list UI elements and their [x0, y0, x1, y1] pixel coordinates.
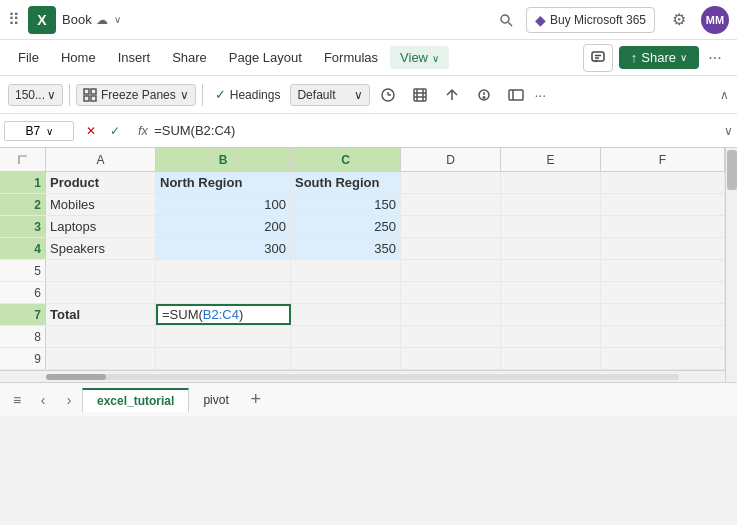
cell-c9[interactable]	[291, 348, 401, 369]
cell-reference-box[interactable]: B7 ∨	[4, 121, 74, 141]
menubar-more-button[interactable]: ···	[701, 44, 729, 72]
app-grid-icon[interactable]: ⠿	[8, 10, 20, 29]
cell-f7[interactable]	[601, 304, 725, 325]
col-header-e[interactable]: E	[501, 148, 601, 171]
cell-c8[interactable]	[291, 326, 401, 347]
cell-c7[interactable]	[291, 304, 401, 325]
menu-view[interactable]: View ∨	[390, 46, 449, 69]
formula-input[interactable]	[154, 123, 722, 138]
cell-c3[interactable]: 250	[291, 216, 401, 237]
cell-f1[interactable]	[601, 172, 725, 193]
row-header-4[interactable]: 4	[0, 238, 46, 259]
row-header-1[interactable]: 1	[0, 172, 46, 193]
avatar[interactable]: MM	[701, 6, 729, 34]
row-header-9[interactable]: 9	[0, 348, 46, 369]
cell-d4[interactable]	[401, 238, 501, 259]
sheet-nav-next-button[interactable]: ›	[56, 387, 82, 413]
toolbar-icon-5[interactable]	[502, 81, 530, 109]
cell-d1[interactable]	[401, 172, 501, 193]
col-header-a[interactable]: A	[46, 148, 156, 171]
sheet-nav-prev-button[interactable]: ‹	[30, 387, 56, 413]
toolbar-more-icon[interactable]: ···	[534, 87, 546, 103]
cell-c6[interactable]	[291, 282, 401, 303]
cell-f8[interactable]	[601, 326, 725, 347]
cell-e4[interactable]	[501, 238, 601, 259]
vscroll-thumb[interactable]	[727, 150, 737, 190]
cell-b5[interactable]	[156, 260, 291, 281]
cancel-formula-button[interactable]: ✕	[80, 120, 102, 142]
cell-e2[interactable]	[501, 194, 601, 215]
zoom-dropdown[interactable]: 150... ∨	[8, 84, 63, 106]
col-header-c[interactable]: C	[291, 148, 401, 171]
cell-f3[interactable]	[601, 216, 725, 237]
cell-f4[interactable]	[601, 238, 725, 259]
share-button[interactable]: ↑ Share ∨	[619, 46, 699, 69]
cell-b6[interactable]	[156, 282, 291, 303]
cell-a5[interactable]	[46, 260, 156, 281]
cell-b9[interactable]	[156, 348, 291, 369]
cell-d2[interactable]	[401, 194, 501, 215]
cell-a1[interactable]: Product	[46, 172, 156, 193]
cell-d7[interactable]	[401, 304, 501, 325]
settings-button[interactable]: ⚙	[663, 6, 695, 34]
hscroll-thumb[interactable]	[46, 374, 106, 380]
cell-b1[interactable]: North Region	[156, 172, 291, 193]
col-header-f[interactable]: F	[601, 148, 725, 171]
cell-f6[interactable]	[601, 282, 725, 303]
cell-d3[interactable]	[401, 216, 501, 237]
cell-f5[interactable]	[601, 260, 725, 281]
toolbar-icon-4[interactable]	[470, 81, 498, 109]
cell-e7[interactable]	[501, 304, 601, 325]
menu-home[interactable]: Home	[51, 46, 106, 69]
cell-d5[interactable]	[401, 260, 501, 281]
cell-b2[interactable]: 100	[156, 194, 291, 215]
toolbar-icon-2[interactable]	[406, 81, 434, 109]
cell-b8[interactable]	[156, 326, 291, 347]
menu-insert[interactable]: Insert	[108, 46, 161, 69]
row-header-3[interactable]: 3	[0, 216, 46, 237]
cell-b3[interactable]: 200	[156, 216, 291, 237]
menu-share[interactable]: Share	[162, 46, 217, 69]
toolbar-icon-1[interactable]	[374, 81, 402, 109]
freeze-panes-button[interactable]: Freeze Panes ∨	[76, 84, 196, 106]
cell-c5[interactable]	[291, 260, 401, 281]
add-sheet-button[interactable]: +	[243, 387, 269, 413]
row-header-8[interactable]: 8	[0, 326, 46, 347]
default-dropdown[interactable]: Default ∨	[290, 84, 370, 106]
toolbar-icon-3[interactable]	[438, 81, 466, 109]
cell-a6[interactable]	[46, 282, 156, 303]
cell-e5[interactable]	[501, 260, 601, 281]
sheet-nav-left-button[interactable]: ≡	[4, 387, 30, 413]
menu-formulas[interactable]: Formulas	[314, 46, 388, 69]
buy-ms365-button[interactable]: ◆ Buy Microsoft 365	[526, 7, 655, 33]
row-header-2[interactable]: 2	[0, 194, 46, 215]
menu-page-layout[interactable]: Page Layout	[219, 46, 312, 69]
row-header-6[interactable]: 6	[0, 282, 46, 303]
search-button[interactable]	[490, 6, 522, 34]
toolbar-collapse-button[interactable]: ∧	[720, 88, 729, 102]
horizontal-scrollbar[interactable]	[0, 370, 725, 382]
cell-c2[interactable]: 150	[291, 194, 401, 215]
comment-button[interactable]	[583, 44, 613, 72]
vertical-scrollbar[interactable]	[725, 148, 737, 382]
cell-a8[interactable]	[46, 326, 156, 347]
confirm-formula-button[interactable]: ✓	[104, 120, 126, 142]
cell-a7[interactable]: Total	[46, 304, 156, 325]
sheet-tab-pivot[interactable]: pivot	[189, 389, 242, 411]
cell-c4[interactable]: 350	[291, 238, 401, 259]
cell-f2[interactable]	[601, 194, 725, 215]
cell-d9[interactable]	[401, 348, 501, 369]
cell-c1[interactable]: South Region	[291, 172, 401, 193]
cell-b4[interactable]: 300	[156, 238, 291, 259]
col-header-d[interactable]: D	[401, 148, 501, 171]
row-header-5[interactable]: 5	[0, 260, 46, 281]
cell-a4[interactable]: Speakers	[46, 238, 156, 259]
cell-a9[interactable]	[46, 348, 156, 369]
title-chevron-icon[interactable]: ∨	[114, 14, 121, 25]
cell-b7[interactable]: =SUM(B2:C4)	[156, 304, 291, 325]
cell-e3[interactable]	[501, 216, 601, 237]
cell-e8[interactable]	[501, 326, 601, 347]
cell-a3[interactable]: Laptops	[46, 216, 156, 237]
sheet-tab-excel-tutorial[interactable]: excel_tutorial	[82, 388, 189, 412]
cell-a2[interactable]: Mobiles	[46, 194, 156, 215]
